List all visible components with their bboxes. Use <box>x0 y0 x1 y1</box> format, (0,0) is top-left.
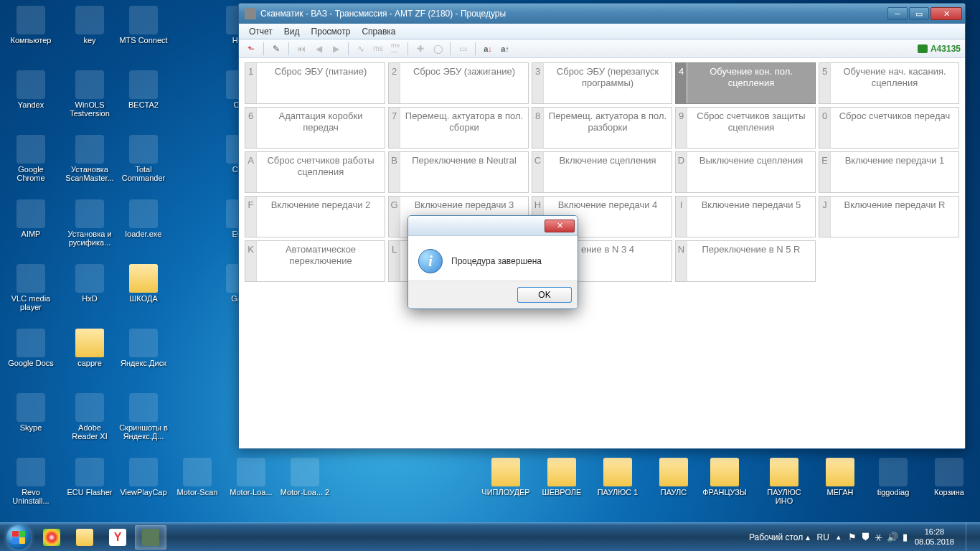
add-icon[interactable]: ✚ <box>413 42 428 56</box>
desktop-icon[interactable]: Яндекс.Диск <box>118 329 169 367</box>
prev-icon[interactable]: ◀ <box>311 42 326 56</box>
dialog-titlebar[interactable]: ✕ <box>408 216 578 236</box>
desktop-icon[interactable]: Компьютер <box>6 6 56 44</box>
menu-help[interactable]: Справка <box>356 25 401 38</box>
desktop-icon[interactable]: ШКОДА <box>118 264 169 303</box>
desktop-icon[interactable]: ПАУЛЮС ИНО <box>759 458 809 505</box>
pin-explorer[interactable] <box>69 525 100 550</box>
cell-label: Переключение в N 5 R <box>687 241 815 281</box>
ms-icon[interactable]: ms <box>370 42 386 56</box>
icon-label: МЕГАН <box>815 488 865 496</box>
desktop-icon[interactable]: Установка и русифика... <box>65 199 115 247</box>
desktop-icon[interactable]: ECU Flasher <box>65 458 115 496</box>
desktop-icon[interactable]: HxD <box>65 264 115 303</box>
close-button[interactable]: ✕ <box>930 7 962 20</box>
back-icon[interactable]: ⬑ <box>243 42 259 56</box>
desktop-icon[interactable]: BECTA2 <box>118 70 169 109</box>
shield-icon[interactable]: ⛊ <box>861 532 870 543</box>
procedure-cell[interactable]: 7Перемещ. актуатора в пол. сборки <box>388 107 529 149</box>
desktop-icon[interactable]: ПАУЛС <box>649 458 699 496</box>
first-icon[interactable]: ⏮ <box>293 42 309 56</box>
desktop-icon[interactable]: MTS Connect <box>118 6 169 44</box>
desktop-icon[interactable]: Total Commander <box>118 135 169 182</box>
next-icon[interactable]: ▶ <box>328 42 344 56</box>
desktop-icon[interactable]: AIMP <box>6 199 56 238</box>
desktop-icon[interactable]: loader.exe <box>118 199 169 238</box>
edit-icon[interactable]: ✎ <box>268 42 284 56</box>
battery-icon[interactable]: ▮ <box>903 532 908 543</box>
wave-icon[interactable]: ∿ <box>353 42 369 56</box>
procedure-cell[interactable]: CВключение сцепления <box>532 151 672 193</box>
menu-preview[interactable]: Просмотр <box>306 25 357 38</box>
ms-frac-icon[interactable]: ms— <box>387 42 403 56</box>
volume-icon[interactable]: 🔊 <box>887 532 898 543</box>
dialog-close-button[interactable]: ✕ <box>545 220 575 232</box>
clock[interactable]: 16:28 08.05.2018 <box>915 527 954 546</box>
desktop-icon[interactable]: ШЕВРОЛЕ <box>537 458 587 496</box>
desktop-icon[interactable]: WinOLS Testversion <box>65 70 115 118</box>
desktop-icon[interactable]: ПАУЛЮС 1 <box>593 458 643 496</box>
desktop-icon[interactable]: tiggodiag <box>868 458 918 496</box>
maximize-button[interactable]: ▭ <box>909 7 929 20</box>
procedure-cell[interactable]: 8Перемещ. актуатора в пол. разборки <box>532 107 672 149</box>
procedure-cell[interactable]: 3Сброс ЭБУ (перезапуск программы) <box>532 62 672 104</box>
desktop-icon[interactable]: VLC media player <box>6 264 56 311</box>
titlebar[interactable]: Сканматик - ВАЗ - Трансмиссия - AMT ZF (… <box>239 4 965 24</box>
procedure-cell[interactable]: DВыключение сцепления <box>675 151 816 193</box>
pin-yandex[interactable]: Y <box>102 525 133 550</box>
procedure-cell[interactable]: NПереключение в N 5 R <box>675 240 816 282</box>
procedure-grid: 1Сброс ЭБУ (питание)2Сброс ЭБУ (зажигани… <box>245 62 959 282</box>
desktop-icon[interactable]: Motor-Loa... 2 <box>280 458 330 496</box>
start-button[interactable] <box>4 523 33 552</box>
desktop-icon[interactable]: МЕГАН <box>815 458 865 496</box>
font-inc-icon[interactable]: a↑ <box>497 42 513 56</box>
procedure-cell[interactable]: JВключение передачи R <box>819 196 959 237</box>
procedure-cell[interactable]: IВключение передачи 5 <box>675 196 816 237</box>
show-desktop-button[interactable] <box>966 523 973 552</box>
icon-label: сарpre <box>65 359 115 367</box>
desktop-icon[interactable]: Motor-Loa... <box>226 458 276 496</box>
desktop-icon[interactable]: Google Chrome <box>6 135 56 182</box>
pin-chrome[interactable] <box>36 525 67 550</box>
desktop-icon[interactable]: ФРАНЦУЗЫ <box>699 458 750 496</box>
procedure-cell[interactable]: 5Обучение нач. касания. сцепления <box>819 62 959 104</box>
desktop-icon[interactable]: Скриншоты в Яндекс.Д... <box>118 393 169 441</box>
procedure-cell[interactable]: 1Сброс ЭБУ (питание) <box>245 62 385 104</box>
language-indicator[interactable]: RU <box>817 532 829 542</box>
desktop-icon[interactable]: Revo Uninstall... <box>6 458 56 505</box>
menu-view[interactable]: Вид <box>278 25 306 38</box>
procedure-cell[interactable]: BПереключение в Neutral <box>388 151 529 193</box>
desktop-icon[interactable]: Skype <box>6 393 56 432</box>
desktop-icon[interactable]: Yandex <box>6 70 56 109</box>
ok-button[interactable]: OK <box>517 287 572 303</box>
desktop-icon[interactable]: Корзина <box>924 458 974 496</box>
procedure-cell[interactable]: FВключение передачи 2 <box>245 196 385 237</box>
rect-icon[interactable]: ▭ <box>455 42 471 56</box>
show-desktop-label[interactable]: Рабочий стол ▴ <box>749 532 810 542</box>
tray-chevron-icon[interactable]: ▴ <box>837 532 841 542</box>
desktop-icon[interactable]: Adobe Reader XI <box>65 393 115 441</box>
desktop-icon[interactable]: сарpre <box>65 329 115 367</box>
procedure-cell[interactable]: KАвтоматическое переключение <box>245 240 385 282</box>
network-icon[interactable]: ⚹ <box>875 532 882 543</box>
font-dec-icon[interactable]: a↓ <box>480 42 496 56</box>
desktop-icon[interactable]: Motor-Scan <box>172 458 222 496</box>
minimize-button[interactable]: ─ <box>887 7 908 20</box>
menu-report[interactable]: Отчет <box>243 25 278 38</box>
desktop-icon[interactable]: Google Docs <box>6 329 56 367</box>
procedure-cell[interactable]: 9Сброс счетчиков защиты сцепления <box>675 107 816 149</box>
cell-key: 2 <box>389 63 400 103</box>
procedure-cell[interactable]: EВключение передачи 1 <box>819 151 959 193</box>
desktop-icon[interactable]: ЧИПЛОУДЕР <box>481 458 531 496</box>
desktop-icon[interactable]: ViewPlayCap <box>118 458 169 496</box>
pin-scanmatic[interactable] <box>135 525 166 550</box>
circle-icon[interactable]: ◯ <box>430 42 446 56</box>
desktop-icon[interactable]: Установка ScanMaster... <box>65 135 115 182</box>
procedure-cell[interactable]: 4Обучение кон. пол. сцепления <box>675 62 816 104</box>
desktop-icon[interactable]: key <box>65 6 115 44</box>
flag-icon[interactable]: ⚑ <box>848 532 857 543</box>
procedure-cell[interactable]: 0Сброс счетчиков передач <box>819 107 959 149</box>
procedure-cell[interactable]: AСброс счетчиков работы сцепления <box>245 151 385 193</box>
procedure-cell[interactable]: 6Адаптация коробки передач <box>245 107 385 149</box>
procedure-cell[interactable]: 2Сброс ЭБУ (зажигание) <box>388 62 529 104</box>
